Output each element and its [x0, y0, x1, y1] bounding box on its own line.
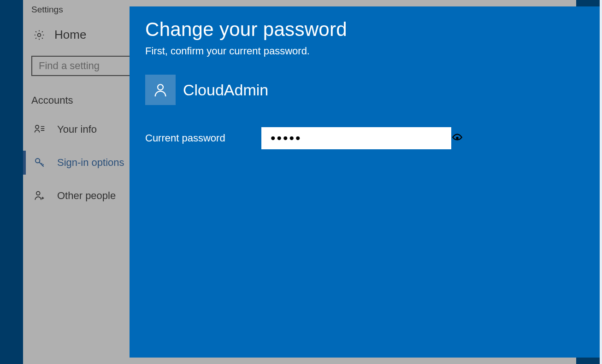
current-password-input[interactable]	[261, 127, 451, 149]
svg-point-1	[35, 125, 39, 129]
svg-point-0	[38, 33, 41, 36]
change-password-panel: Change your password First, confirm your…	[130, 6, 600, 358]
current-password-field[interactable]	[261, 127, 442, 149]
current-password-row: Current password	[145, 127, 584, 149]
current-password-label: Current password	[145, 132, 237, 144]
key-icon	[33, 157, 46, 169]
home-label: Home	[54, 28, 86, 42]
user-name: CloudAdmin	[183, 81, 268, 99]
avatar	[145, 75, 176, 105]
eye-icon	[451, 132, 463, 145]
right-edge-strip	[600, 0, 602, 364]
panel-subtitle: First, confirm your current password.	[145, 45, 584, 57]
user-row: CloudAdmin	[145, 75, 584, 105]
panel-title: Change your password	[145, 18, 584, 41]
svg-point-5	[456, 136, 459, 139]
svg-point-4	[158, 84, 163, 90]
person-list-icon	[33, 123, 46, 135]
nav-label-sign-in: Sign-in options	[57, 157, 124, 169]
nav-label-other-people: Other people	[57, 190, 116, 202]
reveal-password-button[interactable]	[451, 127, 463, 149]
svg-point-3	[36, 192, 40, 195]
person-plus-icon	[33, 190, 46, 202]
gear-icon	[33, 29, 45, 41]
nav-label-your-info: Your info	[57, 123, 97, 135]
